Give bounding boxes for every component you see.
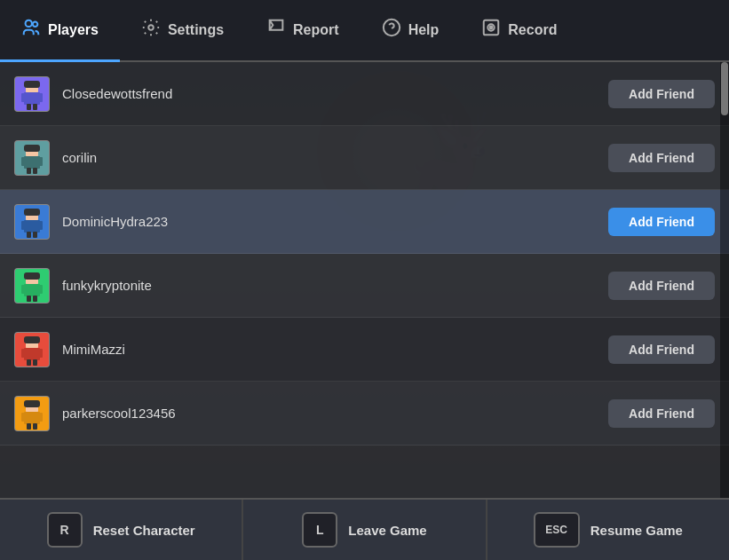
record-icon [481, 18, 501, 42]
settings-icon [141, 18, 161, 42]
svg-rect-33 [24, 284, 40, 296]
svg-rect-52 [27, 423, 31, 430]
action-bar: RReset CharacterLLeave GameESCResume Gam… [0, 498, 729, 560]
svg-rect-27 [38, 221, 43, 230]
player-row[interactable]: parkerscool123456Add Friend [0, 382, 729, 446]
svg-rect-36 [27, 296, 31, 302]
player-row[interactable]: funkykryptoniteAdd Friend [0, 254, 729, 318]
player-row[interactable]: MimiMazziAdd Friend [0, 318, 729, 382]
svg-rect-11 [38, 93, 43, 102]
svg-rect-20 [27, 168, 31, 174]
svg-rect-17 [24, 156, 40, 169]
nav-item-players[interactable]: Players [0, 0, 120, 62]
reset-button[interactable]: RReset Character [0, 500, 243, 560]
svg-rect-13 [33, 104, 37, 110]
svg-rect-50 [21, 413, 26, 422]
add-friend-button[interactable]: Add Friend [608, 272, 715, 300]
player-avatar [14, 332, 50, 367]
player-avatar [14, 204, 50, 240]
leave-button[interactable]: LLeave Game [243, 500, 487, 560]
svg-rect-34 [21, 285, 26, 294]
svg-rect-35 [38, 285, 43, 294]
nav-item-settings[interactable]: Settings [120, 0, 245, 62]
leave-key-badge: L [302, 512, 337, 548]
svg-rect-12 [27, 104, 31, 110]
svg-rect-18 [21, 157, 26, 166]
resume-key-badge: ESC [534, 512, 580, 548]
player-name: funkykryptonite [62, 278, 608, 293]
svg-rect-14 [24, 81, 40, 88]
svg-point-1 [33, 22, 38, 27]
svg-rect-46 [24, 336, 40, 343]
add-friend-button[interactable]: Add Friend [608, 335, 715, 364]
nav-label-record: Record [508, 22, 557, 38]
player-name: Closedewottsfrend [62, 86, 608, 101]
nav-item-record[interactable]: Record [460, 0, 578, 62]
svg-rect-25 [24, 220, 40, 233]
players-icon [21, 18, 41, 42]
svg-rect-53 [33, 423, 37, 430]
add-friend-button[interactable]: Add Friend [608, 208, 715, 236]
player-name: parkerscool123456 [62, 406, 608, 421]
svg-rect-10 [21, 93, 26, 102]
player-avatar [14, 76, 50, 112]
svg-rect-44 [27, 359, 31, 366]
player-name: corilin [62, 150, 608, 165]
player-row[interactable]: corilinAdd Friend [0, 126, 729, 190]
report-icon [266, 18, 286, 42]
svg-rect-9 [24, 92, 40, 105]
svg-rect-28 [27, 232, 31, 238]
player-row[interactable]: ClosedewottsfrendAdd Friend [0, 62, 729, 126]
svg-rect-22 [24, 145, 40, 152]
player-list[interactable]: ClosedewottsfrendAdd Friend corilinAdd F… [0, 62, 729, 498]
add-friend-button[interactable]: Add Friend [608, 80, 715, 108]
reset-label: Reset Character [93, 523, 195, 538]
svg-point-0 [26, 20, 32, 27]
top-nav: Players Settings Report Help Record [0, 0, 729, 62]
svg-point-6 [490, 27, 493, 29]
nav-label-settings: Settings [168, 22, 224, 38]
leave-label: Leave Game [348, 523, 426, 538]
add-friend-button[interactable]: Add Friend [608, 144, 715, 172]
player-row[interactable]: DominicHydra223Add Friend [0, 190, 729, 254]
reset-key-badge: R [47, 512, 83, 548]
svg-rect-29 [33, 232, 37, 238]
player-avatar [14, 140, 50, 176]
nav-item-help[interactable]: Help [361, 0, 461, 62]
nav-label-report: Report [293, 22, 339, 38]
svg-rect-30 [24, 209, 40, 216]
add-friend-button[interactable]: Add Friend [608, 399, 715, 428]
svg-rect-26 [21, 221, 26, 230]
player-name: MimiMazzi [62, 342, 608, 357]
svg-rect-49 [24, 412, 40, 424]
resume-label: Resume Game [590, 523, 683, 538]
svg-rect-41 [24, 348, 40, 360]
nav-label-help: Help [408, 22, 440, 38]
svg-rect-54 [24, 400, 40, 407]
svg-point-2 [148, 25, 154, 30]
svg-rect-37 [33, 296, 37, 302]
help-icon [382, 18, 401, 42]
svg-rect-51 [38, 413, 43, 422]
svg-rect-43 [38, 349, 43, 358]
svg-rect-21 [33, 168, 37, 174]
nav-label-players: Players [48, 22, 99, 38]
scrollbar-thumb[interactable] [721, 62, 728, 115]
scrollbar-track[interactable] [720, 62, 729, 498]
svg-rect-45 [33, 359, 37, 366]
svg-rect-38 [24, 272, 40, 280]
player-name: DominicHydra223 [62, 214, 608, 229]
svg-rect-42 [21, 349, 26, 358]
svg-rect-19 [38, 157, 43, 166]
main-panel: Players Settings Report Help Record Clos… [0, 0, 729, 560]
player-avatar [14, 396, 50, 431]
nav-item-report[interactable]: Report [245, 0, 361, 62]
player-avatar [14, 268, 50, 304]
resume-button[interactable]: ESCResume Game [487, 500, 729, 560]
